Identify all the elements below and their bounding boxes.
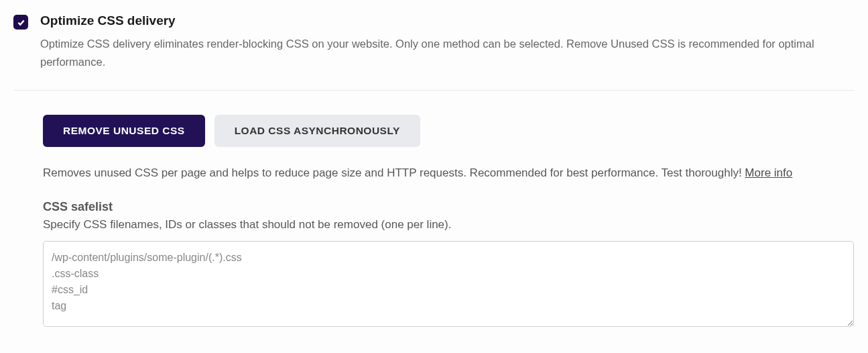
option-description: Optimize CSS delivery eliminates render-… bbox=[40, 35, 855, 71]
option-content: Optimize CSS delivery Optimize CSS deliv… bbox=[40, 13, 855, 71]
option-title: Optimize CSS delivery bbox=[40, 13, 855, 28]
optimize-css-checkbox[interactable] bbox=[13, 15, 28, 30]
tab-description: Removes unused CSS per page and helps to… bbox=[43, 164, 855, 182]
checkmark-icon bbox=[17, 18, 25, 27]
tab-description-text: Removes unused CSS per page and helps to… bbox=[43, 166, 745, 179]
safelist-textarea[interactable] bbox=[43, 241, 854, 327]
tab-load-css-async[interactable]: Load CSS Asynchronously bbox=[214, 115, 420, 147]
safelist-description: Specify CSS filenames, IDs or classes th… bbox=[43, 218, 855, 232]
tab-remove-unused-css[interactable]: Remove Unused CSS bbox=[43, 115, 205, 147]
section-body: Remove Unused CSS Load CSS Asynchronousl… bbox=[13, 91, 855, 329]
tabs: Remove Unused CSS Load CSS Asynchronousl… bbox=[43, 115, 855, 147]
checkbox-wrap bbox=[13, 15, 28, 30]
option-row: Optimize CSS delivery Optimize CSS deliv… bbox=[13, 13, 855, 91]
safelist-title: CSS safelist bbox=[43, 200, 855, 214]
more-info-link[interactable]: More info bbox=[745, 166, 792, 179]
